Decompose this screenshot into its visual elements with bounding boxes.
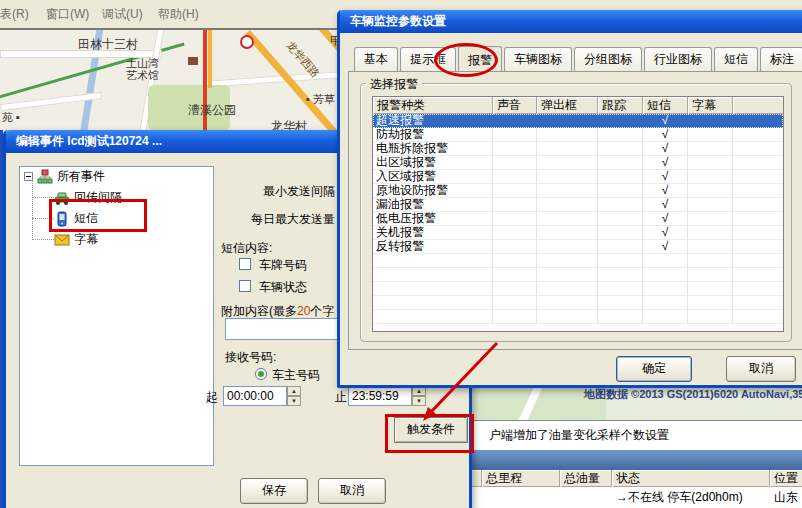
tab-industry-icon[interactable]: 行业图标 [644,47,712,72]
tab-bar: 基本 提示框 报警 车辆图标 分组图标 行业图标 短信 标注 企业应用 [354,48,802,72]
tree-node-all-events[interactable]: 所有事件 [24,168,105,185]
vehicle-status-cell: →不在线 停车(2d0h0m) [616,489,743,506]
sound-cell [493,184,537,198]
spin-down-icon[interactable]: ▼ [412,396,426,406]
sound-cell [493,212,537,226]
tree-node-sms[interactable]: 短信 [54,210,98,227]
column-header-total-fuel[interactable]: 总油量 [560,470,612,487]
tab-tooltip[interactable]: 提示框 [400,47,456,72]
alarm-name-cell: 原地设防报警 [373,184,493,198]
column-header-alarm-type[interactable]: 报警种类 [373,97,493,114]
tab-alarm[interactable]: 报警 [458,46,502,73]
time-to-label: 止 [335,389,347,406]
sms-check-cell: √ [643,142,688,156]
map-strip-bottom: 地图数据 ©2013 GS(2011)6020 AutoNavi,35 [466,385,802,420]
sms-check-cell: √ [643,226,688,240]
vehicle-status-checkbox[interactable] [239,280,251,292]
column-header-status[interactable]: 状态 [612,470,770,487]
sms-check-cell: √ [643,184,688,198]
map-copyright: 地图数据 ©2013 GS(2011)6020 AutoNavi,35 [584,387,802,402]
tree-node-report-interval[interactable]: 回传间隔 [54,189,122,206]
filler-cell [733,170,783,184]
alarm-name-cell: 超速报警 [373,114,493,128]
track-cell [598,170,643,184]
map-label-fangcao: ▪ 芳草 [306,92,335,107]
caption-cell [688,170,733,184]
popup-cell [537,128,598,142]
min-send-interval-label: 最小发送间隔 [201,183,335,200]
column-header-caption[interactable]: 字幕 [688,97,733,114]
tab-annotation[interactable]: 标注 [760,47,802,72]
plate-number-checkbox[interactable] [239,258,251,270]
alarm-row[interactable]: 反转报警 √ [373,240,783,254]
alarm-name-cell: 电瓶拆除报警 [373,142,493,156]
alarm-name-cell: 入区域报警 [373,170,493,184]
alarm-row[interactable]: 入区域报警 √ [373,170,783,184]
alarm-row[interactable]: 防劫报警 √ [373,128,783,142]
popup-cell [537,114,598,128]
map-label-tushanwan-2: 艺术馆 [126,68,159,83]
status-message-panel: 户端增加了油量变化采样个数设置 [466,420,802,451]
tab-group-icon[interactable]: 分组图标 [574,47,642,72]
alarm-row[interactable]: 出区域报警 √ [373,156,783,170]
event-tree-panel [19,166,214,466]
time-to-input[interactable]: 23:59:59 [348,386,412,406]
spin-up-icon[interactable]: ▲ [287,386,301,396]
track-cell [598,240,643,254]
tree-node-label: 字幕 [74,231,98,248]
monitor-cancel-button[interactable]: 取消 [726,356,796,382]
tree-connector-vertical [32,180,33,240]
column-header-track[interactable]: 跟踪 [598,97,643,114]
alarm-row[interactable]: 原地设防报警 √ [373,184,783,198]
monitor-params-titlebar[interactable]: 车辆监控参数设置 [340,10,802,33]
column-header-sms[interactable]: 短信 [643,97,688,114]
alarm-row[interactable]: 漏油报警 √ [373,198,783,212]
tab-sms[interactable]: 短信 [714,47,758,72]
sound-cell [493,170,537,184]
alarm-row[interactable]: 电瓶拆除报警 √ [373,142,783,156]
alarm-row[interactable]: 低电压报警 √ [373,212,783,226]
menu-item-report[interactable]: 表(R) [0,6,29,23]
popup-cell [537,170,598,184]
tab-basic[interactable]: 基本 [354,47,398,72]
spin-down-icon[interactable]: ▼ [287,396,301,406]
extra-label-prefix: 附加内容(最多 [221,304,297,318]
vehicle-table-row[interactable]: →不在线 停车(2d0h0m) 山东 [454,487,802,508]
menu-item-window[interactable]: 窗口(W) [46,6,89,23]
column-header-location[interactable]: 位置 [770,470,802,487]
time-from-spinner[interactable]: ▲ ▼ [287,386,301,406]
tree-node-label: 回传间隔 [74,189,122,206]
caption-cell [688,128,733,142]
column-header-popup[interactable]: 弹出框 [537,97,598,114]
edit-cancel-button[interactable]: 取消 [318,478,386,504]
save-button[interactable]: 保存 [240,478,308,504]
alarm-row-selected[interactable]: 超速报警 √ [373,114,783,128]
filler-cell [733,226,783,240]
daily-max-label: 每日最大发送量 [187,211,335,228]
time-to-spinner[interactable]: ▲ ▼ [412,386,426,406]
plate-number-label: 车牌号码 [259,257,307,274]
filler-cell [733,212,783,226]
owner-number-radio[interactable] [255,368,267,380]
time-from-input[interactable]: 00:00:00 [223,386,287,406]
menu-item-debug[interactable]: 调试(U) [102,6,143,23]
filler-cell [733,114,783,128]
tree-node-caption[interactable]: 字幕 [54,231,98,248]
app-window: 田林十三村 土山湾 艺术馆 漕溪公园 龙华村 龙华西路 ▪ 芳草 甲 苑 ▪ 表… [0,0,802,508]
sound-cell [493,156,537,170]
ok-button[interactable]: 确定 [616,356,692,382]
alarm-row[interactable]: 关机报警 √ [373,226,783,240]
empty-row [373,254,783,268]
column-header-total-mileage[interactable]: 总里程 [482,470,560,487]
caption-cell [688,114,733,128]
column-header-sound[interactable]: 声音 [493,97,537,114]
track-cell [598,198,643,212]
popup-cell [537,212,598,226]
map-road-red [203,28,207,138]
popup-cell [537,156,598,170]
tab-vehicle-icon[interactable]: 车辆图标 [504,47,572,72]
time-from-label: 起 [206,389,218,406]
trigger-condition-button[interactable]: 触发条件 [394,417,468,443]
menu-item-help[interactable]: 帮助(H) [158,6,199,23]
caption-cell [688,226,733,240]
